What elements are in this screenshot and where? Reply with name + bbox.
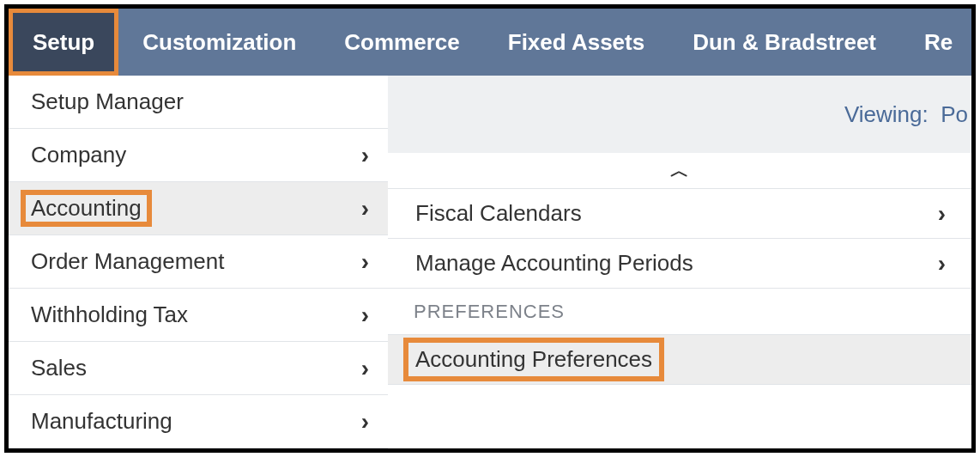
nav-customization[interactable]: Customization [118, 9, 320, 76]
app-frame: Setup Customization Commerce Fixed Asset… [4, 4, 976, 453]
submenu-manage-accounting-periods[interactable]: Manage Accounting Periods › [388, 239, 971, 289]
menu-company[interactable]: Company › [9, 129, 388, 182]
chevron-up-icon: ︿ [670, 158, 689, 184]
nav-label: Customization [142, 29, 296, 56]
nav-fixed-assets[interactable]: Fixed Assets [484, 9, 668, 76]
chevron-right-icon: › [938, 200, 946, 228]
menu-label: Order Management [31, 248, 224, 274]
nav-label: Dun & Bradstreet [693, 29, 876, 56]
nav-truncated[interactable]: Re [900, 9, 971, 76]
nav-setup[interactable]: Setup [9, 9, 118, 76]
setup-dropdown: Setup Manager Company › Accounting › Ord… [9, 76, 388, 448]
menu-label: Sales [31, 355, 87, 381]
menu-manufacturing[interactable]: Manufacturing › [9, 395, 388, 448]
chevron-right-icon: › [361, 302, 369, 329]
nav-commerce[interactable]: Commerce [320, 9, 483, 76]
menu-sales[interactable]: Sales › [9, 342, 388, 395]
nav-label: Fixed Assets [508, 29, 644, 56]
submenu-accounting-preferences[interactable]: Accounting Preferences [388, 335, 971, 385]
submenu-label: Manage Accounting Periods [415, 250, 693, 276]
menu-label: Company [31, 142, 126, 168]
viewing-value: Po [941, 101, 968, 128]
chevron-right-icon: › [361, 248, 369, 276]
chevron-right-icon: › [361, 195, 369, 222]
menu-withholding-tax[interactable]: Withholding Tax › [9, 289, 388, 342]
submenu-section-header: PREFERENCES [388, 289, 971, 335]
section-header-label: PREFERENCES [414, 301, 565, 323]
nav-dun-bradstreet[interactable]: Dun & Bradstreet [668, 9, 900, 76]
nav-label: Commerce [344, 29, 459, 56]
menu-order-management[interactable]: Order Management › [9, 235, 388, 289]
menu-label: Withholding Tax [31, 302, 188, 327]
chevron-right-icon: › [361, 355, 369, 382]
viewing-prefix: Viewing: [844, 101, 929, 128]
chevron-right-icon: › [361, 142, 369, 169]
menu-setup-manager[interactable]: Setup Manager [9, 76, 388, 129]
menu-label: Manufacturing [31, 408, 172, 434]
menu-accounting[interactable]: Accounting › [9, 182, 388, 235]
chevron-right-icon: › [938, 250, 946, 277]
chevron-right-icon: › [361, 408, 369, 436]
menu-label: Accounting [31, 195, 142, 221]
nav-label: Setup [33, 29, 94, 56]
submenu-fiscal-calendars[interactable]: Fiscal Calendars › [388, 189, 971, 239]
accounting-submenu: ︿ Fiscal Calendars › Manage Accounting P… [388, 153, 971, 385]
submenu-label: Fiscal Calendars [415, 200, 582, 226]
menu-label: Setup Manager [31, 88, 184, 114]
nav-label: Re [924, 29, 953, 56]
submenu-scroll-up[interactable]: ︿ [388, 153, 971, 189]
submenu-label: Accounting Preferences [415, 346, 652, 372]
main-navbar: Setup Customization Commerce Fixed Asset… [9, 9, 971, 76]
